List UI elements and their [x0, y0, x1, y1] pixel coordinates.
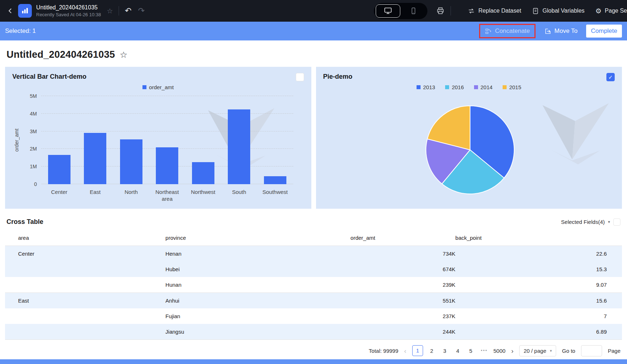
table-row: Jiangsu244K6.89	[5, 324, 622, 340]
page-numbers: 12345	[412, 345, 475, 356]
replace-dataset-button[interactable]: Replace Dataset	[468, 7, 521, 15]
complete-button[interactable]: Complete	[586, 25, 622, 38]
page-button-3[interactable]: 3	[440, 348, 449, 354]
cell-prov: Jiangsu	[166, 324, 351, 340]
legend-item-2016[interactable]: 2016	[445, 84, 464, 90]
cell-area: Center	[5, 246, 166, 262]
concatenate-button[interactable]: Concatenate	[479, 24, 536, 38]
legend-swatch	[445, 85, 449, 89]
x-tick: Center	[41, 186, 77, 195]
save-status: Recently Saved At 04-26 10:38	[36, 12, 101, 17]
cell-bp: 15.3	[455, 261, 622, 277]
report-type-icon	[18, 4, 32, 18]
cross-table-checkbox[interactable]	[613, 218, 620, 226]
cell-prov: Henan	[166, 246, 351, 262]
bar-North	[120, 139, 142, 184]
cross-table-card[interactable]: Cross Table Selected Fields(4) ▾ area pr…	[5, 218, 622, 340]
pagination-bar: Total: 99999 ‹ 12345 ••• 5000 › 20 / pag…	[5, 344, 622, 357]
bar-x-axis-title: area	[41, 195, 293, 204]
bar-chart-checkbox[interactable]	[296, 73, 304, 81]
x-tick: Northeast	[149, 186, 185, 195]
bar-Northeast	[156, 147, 178, 184]
global-variables-button[interactable]: Global Variables	[532, 7, 584, 15]
page-button-1[interactable]: 1	[412, 345, 423, 356]
page-button-last[interactable]: 5000	[493, 348, 505, 354]
bar-chart-title: Vertical Bar Chart-demo	[12, 73, 86, 81]
legend-label: order_amt	[149, 84, 174, 90]
page-star-icon[interactable]: ☆	[120, 50, 128, 60]
cell-amt: 734K	[350, 246, 455, 262]
x-tick: Northwest	[185, 186, 221, 195]
page-button-4[interactable]: 4	[453, 348, 462, 354]
cell-amt: 244K	[350, 324, 455, 340]
page-settings-label: Page Se	[605, 8, 627, 14]
pie-chart-checkbox[interactable]: ✓	[606, 73, 615, 81]
page-size-select[interactable]: 20 / page ▾	[519, 345, 556, 356]
selected-fields-label[interactable]: Selected Fields(4)	[561, 219, 605, 225]
back-icon[interactable]	[6, 7, 15, 15]
desktop-view-button[interactable]	[376, 4, 400, 18]
chevron-down-icon[interactable]: ▾	[608, 220, 610, 224]
column-header-back-point[interactable]: back_point	[455, 230, 622, 246]
cell-area	[5, 324, 166, 340]
next-page-icon[interactable]: ›	[511, 347, 513, 354]
goto-label: Go to	[562, 348, 575, 354]
legend-item-order-amt[interactable]: order_amt	[142, 84, 174, 90]
undo-icon[interactable]: ↶	[125, 6, 131, 16]
divider	[451, 6, 451, 16]
pie-chart-title: Pie-demo	[323, 73, 353, 81]
x-tick: East	[77, 186, 114, 195]
bar-Northwest	[192, 162, 214, 184]
cell-bp: 6.89	[455, 324, 622, 340]
pie-chart-card[interactable]: Pie-demo ✓ 2013201620142015	[316, 67, 622, 209]
legend-label: 2015	[509, 84, 521, 90]
gear-icon: ⚙	[596, 7, 602, 15]
cell-prov: Fujian	[166, 308, 351, 324]
page-settings-button[interactable]: ⚙ Page Se	[596, 7, 627, 15]
prev-page-icon[interactable]: ‹	[404, 347, 406, 354]
bar-chart-card[interactable]: Vertical Bar Chart-demo order_amt order_…	[5, 67, 311, 209]
legend-item-2013[interactable]: 2013	[417, 84, 435, 90]
goto-page-input[interactable]	[581, 345, 602, 356]
legend-item-2014[interactable]: 2014	[474, 84, 492, 90]
bar-Center	[48, 155, 71, 184]
y-tick: 3M	[30, 129, 37, 134]
favorite-star-icon[interactable]: ☆	[107, 7, 113, 15]
table-row: Fujian237K7	[5, 308, 622, 324]
cell-area	[5, 277, 166, 293]
page-button-2[interactable]: 2	[427, 348, 436, 354]
bar-South	[228, 109, 250, 184]
x-tick: North	[113, 186, 149, 195]
legend-swatch	[142, 85, 146, 89]
page-button-5[interactable]: 5	[466, 348, 475, 354]
divider	[119, 6, 119, 16]
selection-bar: Selected: 1 Concatenate Move To Complete	[0, 22, 627, 40]
cell-amt: 239K	[350, 277, 455, 293]
bar-chart-legend: order_amt	[12, 84, 304, 90]
y-tick: 0	[34, 181, 37, 187]
cell-prov: Hubei	[166, 261, 351, 277]
legend-item-2015[interactable]: 2015	[503, 84, 521, 90]
cell-prov: Anhui	[166, 293, 351, 309]
legend-label: 2013	[423, 84, 435, 90]
cell-area	[5, 261, 166, 277]
canvas: Untitled_202404261035 ☆ Vertical Bar Cha…	[0, 40, 627, 364]
cell-prov: Hunan	[166, 277, 351, 293]
column-header-order-amt[interactable]: order_amt	[350, 230, 455, 246]
move-to-button[interactable]: Move To	[544, 27, 577, 35]
redo-icon[interactable]: ↷	[138, 6, 145, 16]
table-row: Hunan239K9.07	[5, 277, 622, 293]
y-tick: 2M	[30, 146, 37, 152]
column-header-province[interactable]: province	[166, 230, 351, 246]
page-ellipsis[interactable]: •••	[481, 348, 488, 353]
mobile-view-button[interactable]	[401, 4, 426, 18]
device-toggle[interactable]	[374, 3, 427, 19]
global-variables-label: Global Variables	[542, 8, 584, 14]
concatenate-label: Concatenate	[495, 27, 530, 35]
cell-area: East	[5, 293, 166, 309]
print-icon[interactable]	[436, 6, 445, 15]
cell-area	[5, 308, 166, 324]
document-title-block: Untitled_202404261035 Recently Saved At …	[36, 4, 101, 17]
cell-bp: 9.07	[455, 277, 622, 293]
column-header-area[interactable]: area	[5, 230, 166, 246]
